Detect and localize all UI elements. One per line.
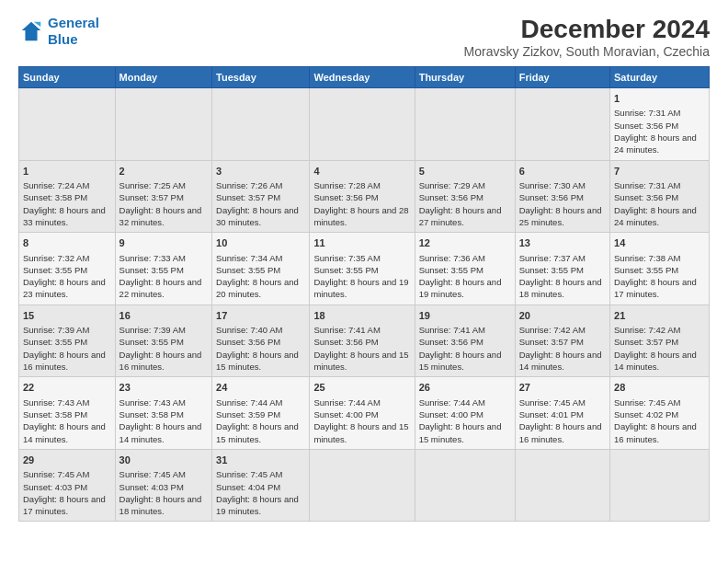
calendar-cell: 17Sunrise: 7:40 AMSunset: 3:56 PMDayligh… — [212, 304, 310, 377]
calendar-cell: 1Sunrise: 7:31 AMSunset: 3:56 PMDaylight… — [610, 88, 710, 161]
daylight-text: Daylight: 8 hours and 30 minutes. — [216, 205, 299, 227]
col-monday: Monday — [115, 67, 211, 88]
logo-line1: General — [48, 15, 99, 30]
sunrise-text: Sunrise: 7:24 AM — [23, 180, 89, 190]
daylight-text: Daylight: 8 hours and 19 minutes. — [419, 277, 502, 299]
day-number: 15 — [23, 309, 111, 323]
daylight-text: Daylight: 8 hours and 16 minutes. — [119, 350, 202, 372]
sunrise-text: Sunrise: 7:39 AM — [119, 325, 186, 335]
daylight-text: Daylight: 8 hours and 15 minutes. — [419, 350, 502, 372]
sunset-text: Sunset: 3:58 PM — [23, 192, 87, 202]
calendar-cell: 14Sunrise: 7:38 AMSunset: 3:55 PMDayligh… — [610, 233, 710, 305]
table-row: 22Sunrise: 7:43 AMSunset: 3:58 PMDayligh… — [19, 377, 710, 450]
sunrise-text: Sunrise: 7:28 AM — [313, 180, 380, 190]
location-title: Moravsky Zizkov, South Moravian, Czechia — [464, 44, 710, 59]
calendar-cell — [515, 449, 609, 522]
day-number: 3 — [216, 165, 305, 178]
calendar-cell: 9Sunrise: 7:33 AMSunset: 3:55 PMDaylight… — [115, 233, 211, 305]
day-number: 30 — [119, 454, 208, 467]
sunrise-text: Sunrise: 7:25 AM — [119, 180, 186, 190]
daylight-text: Daylight: 8 hours and 15 minutes. — [419, 421, 502, 443]
calendar-cell: 24Sunrise: 7:44 AMSunset: 3:59 PMDayligh… — [212, 377, 310, 450]
sunrise-text: Sunrise: 7:39 AM — [23, 325, 89, 335]
sunrise-text: Sunrise: 7:32 AM — [23, 253, 89, 263]
sunrise-text: Sunrise: 7:31 AM — [614, 108, 680, 118]
sunrise-text: Sunrise: 7:44 AM — [216, 397, 282, 408]
sunrise-text: Sunrise: 7:33 AM — [119, 253, 186, 263]
sunset-text: Sunset: 3:55 PM — [119, 337, 184, 347]
calendar-cell: 20Sunrise: 7:42 AMSunset: 3:57 PMDayligh… — [515, 304, 609, 377]
daylight-text: Daylight: 8 hours and 15 minutes. — [216, 350, 299, 372]
day-number: 19 — [419, 309, 511, 323]
calendar-cell: 6Sunrise: 7:30 AMSunset: 3:56 PMDaylight… — [515, 160, 609, 233]
day-number: 4 — [313, 165, 410, 178]
daylight-text: Daylight: 8 hours and 19 minutes. — [216, 494, 299, 516]
daylight-text: Daylight: 8 hours and 17 minutes. — [614, 277, 697, 299]
calendar-cell: 7Sunrise: 7:31 AMSunset: 3:56 PMDaylight… — [610, 160, 710, 233]
calendar-cell: 23Sunrise: 7:43 AMSunset: 3:58 PMDayligh… — [115, 377, 211, 450]
calendar-cell: 22Sunrise: 7:43 AMSunset: 3:58 PMDayligh… — [19, 377, 116, 450]
month-title: December 2024 — [464, 15, 710, 44]
sunset-text: Sunset: 3:56 PM — [313, 192, 378, 202]
sunset-text: Sunset: 4:00 PM — [419, 409, 483, 419]
day-number: 23 — [119, 381, 208, 395]
sunset-text: Sunset: 3:55 PM — [519, 265, 584, 275]
sunrise-text: Sunrise: 7:37 AM — [519, 253, 586, 263]
col-thursday: Thursday — [415, 67, 515, 88]
calendar-cell: 21Sunrise: 7:42 AMSunset: 3:57 PMDayligh… — [610, 304, 710, 377]
day-number: 14 — [614, 236, 705, 250]
day-number: 18 — [313, 309, 410, 323]
day-number: 16 — [119, 309, 208, 323]
sunset-text: Sunset: 3:55 PM — [313, 265, 378, 275]
daylight-text: Daylight: 8 hours and 16 minutes. — [23, 350, 106, 372]
daylight-text: Daylight: 8 hours and 14 minutes. — [614, 350, 697, 372]
col-sunday: Sunday — [19, 67, 116, 88]
calendar-cell: 4Sunrise: 7:28 AMSunset: 3:56 PMDaylight… — [310, 160, 415, 233]
calendar-cell: 11Sunrise: 7:35 AMSunset: 3:55 PMDayligh… — [310, 233, 415, 305]
sunset-text: Sunset: 3:57 PM — [614, 337, 678, 347]
col-saturday: Saturday — [610, 67, 710, 88]
sunrise-text: Sunrise: 7:45 AM — [119, 469, 186, 479]
day-number: 20 — [519, 309, 606, 323]
col-tuesday: Tuesday — [212, 67, 310, 88]
day-number: 28 — [614, 381, 705, 395]
daylight-text: Daylight: 8 hours and 27 minutes. — [419, 205, 502, 227]
calendar-cell: 18Sunrise: 7:41 AMSunset: 3:56 PMDayligh… — [310, 304, 415, 377]
sunset-text: Sunset: 3:59 PM — [216, 409, 280, 419]
daylight-text: Daylight: 8 hours and 15 minutes. — [313, 421, 408, 443]
sunrise-text: Sunrise: 7:45 AM — [23, 469, 89, 479]
sunset-text: Sunset: 3:57 PM — [519, 337, 584, 347]
sunset-text: Sunset: 4:04 PM — [216, 482, 280, 492]
day-number: 17 — [216, 309, 305, 323]
daylight-text: Daylight: 8 hours and 33 minutes. — [23, 205, 106, 227]
day-number: 9 — [119, 236, 208, 250]
calendar-cell: 28Sunrise: 7:45 AMSunset: 4:02 PMDayligh… — [610, 377, 710, 450]
sunset-text: Sunset: 4:03 PM — [23, 482, 87, 492]
table-row: 29Sunrise: 7:45 AMSunset: 4:03 PMDayligh… — [19, 449, 710, 522]
sunset-text: Sunset: 3:55 PM — [419, 265, 483, 275]
sunset-text: Sunset: 3:55 PM — [216, 265, 280, 275]
sunset-text: Sunset: 3:57 PM — [216, 192, 280, 202]
title-block: December 2024 Moravsky Zizkov, South Mor… — [464, 15, 710, 59]
table-row: 15Sunrise: 7:39 AMSunset: 3:55 PMDayligh… — [19, 304, 710, 377]
day-number: 1 — [23, 165, 111, 178]
daylight-text: Daylight: 8 hours and 22 minutes. — [119, 277, 202, 299]
sunrise-text: Sunrise: 7:45 AM — [614, 397, 680, 408]
sunset-text: Sunset: 4:02 PM — [614, 409, 678, 419]
calendar-cell: 19Sunrise: 7:41 AMSunset: 3:56 PMDayligh… — [415, 304, 515, 377]
calendar-cell: 1Sunrise: 7:24 AMSunset: 3:58 PMDaylight… — [19, 160, 116, 233]
col-friday: Friday — [515, 67, 609, 88]
sunset-text: Sunset: 3:56 PM — [419, 337, 483, 347]
calendar-cell — [19, 88, 116, 161]
daylight-text: Daylight: 8 hours and 24 minutes. — [614, 205, 697, 227]
logo-text: General Blue — [48, 15, 99, 48]
sunrise-text: Sunrise: 7:43 AM — [23, 397, 89, 408]
calendar-cell: 5Sunrise: 7:29 AMSunset: 3:56 PMDaylight… — [415, 160, 515, 233]
calendar-cell: 10Sunrise: 7:34 AMSunset: 3:55 PMDayligh… — [212, 233, 310, 305]
sunrise-text: Sunrise: 7:35 AM — [313, 253, 380, 263]
daylight-text: Daylight: 8 hours and 28 minutes. — [313, 205, 408, 227]
header-row: Sunday Monday Tuesday Wednesday Thursday… — [19, 67, 710, 88]
day-number: 26 — [419, 381, 511, 395]
calendar-cell: 31Sunrise: 7:45 AMSunset: 4:04 PMDayligh… — [212, 449, 310, 522]
sunset-text: Sunset: 3:55 PM — [614, 265, 678, 275]
